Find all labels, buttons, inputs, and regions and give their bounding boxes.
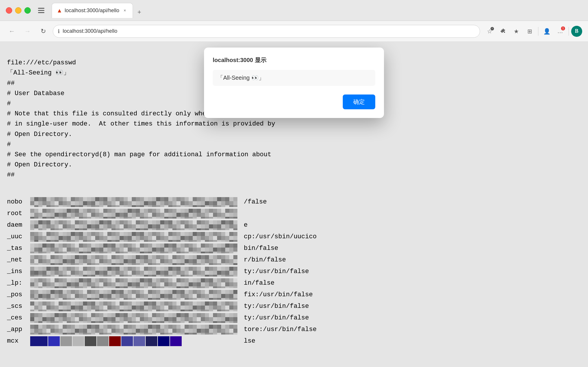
refresh-button[interactable]: ↻ bbox=[37, 25, 49, 37]
collections-icon: ⊞ bbox=[527, 28, 532, 35]
forward-button[interactable]: → bbox=[21, 25, 34, 37]
tab-title: localhost:3000/api/hello bbox=[65, 8, 119, 14]
profile-button[interactable]: 👤 bbox=[541, 25, 553, 37]
svg-rect-1 bbox=[38, 10, 44, 11]
favorites-icon: ★ bbox=[514, 28, 519, 35]
confirm-button[interactable]: 确定 bbox=[343, 95, 375, 109]
active-tab[interactable]: ▲ localhost:3000/api/hello × bbox=[52, 3, 133, 18]
new-tab-button[interactable]: + bbox=[134, 6, 145, 18]
modal-dialog: localhost:3000 显示 「All-Seeing 👀」 确定 bbox=[204, 48, 384, 118]
back-button[interactable]: ← bbox=[6, 25, 18, 37]
extensions-icon bbox=[500, 28, 506, 34]
extensions-button[interactable] bbox=[497, 25, 509, 37]
favorites-button[interactable]: ★ bbox=[510, 25, 522, 37]
more-button[interactable]: … 1 bbox=[554, 25, 566, 37]
bing-button[interactable]: B bbox=[571, 26, 582, 37]
sidebar-toggle-button[interactable] bbox=[35, 5, 47, 16]
nav-divider bbox=[538, 27, 538, 36]
tab-favicon: ▲ bbox=[57, 7, 62, 14]
star-button[interactable]: ☆ ✓ bbox=[484, 25, 496, 37]
content-area: file:///etc/passwd 「All-Seeing 👀」 ## # U… bbox=[0, 42, 588, 367]
url-display: localhost:3000/api/hello bbox=[63, 28, 117, 34]
address-bar[interactable]: ℹ localhost:3000/api/hello bbox=[53, 25, 480, 38]
modal-title: localhost:3000 显示 bbox=[213, 56, 375, 64]
title-bar: ▲ localhost:3000/api/hello × + bbox=[0, 0, 588, 21]
bing-icon: B bbox=[575, 28, 578, 34]
nav-divider-2 bbox=[569, 27, 569, 36]
browser-frame: ▲ localhost:3000/api/hello × + ← → ↻ ℹ l… bbox=[0, 0, 588, 367]
svg-rect-2 bbox=[38, 12, 44, 13]
info-icon: ℹ bbox=[58, 28, 60, 34]
back-icon: ← bbox=[9, 28, 15, 35]
url-path-part: 3000/api/hello bbox=[85, 28, 117, 34]
nav-bar: ← → ↻ ℹ localhost:3000/api/hello ☆ ✓ bbox=[0, 21, 588, 42]
modal-message: 「All-Seeing 👀」 bbox=[213, 70, 375, 86]
tab-close-button[interactable]: × bbox=[122, 7, 128, 14]
modal-overlay: localhost:3000 显示 「All-Seeing 👀」 确定 bbox=[0, 42, 588, 367]
collections-button[interactable]: ⊞ bbox=[524, 25, 536, 37]
nav-icons: ☆ ✓ ★ ⊞ 👤 … 1 B bbox=[484, 25, 582, 37]
svg-rect-0 bbox=[38, 8, 44, 9]
tab-bar: ▲ localhost:3000/api/hello × + bbox=[52, 3, 582, 18]
url-host-part: localhost: bbox=[63, 28, 85, 34]
refresh-icon: ↻ bbox=[41, 28, 46, 35]
profile-icon: 👤 bbox=[543, 28, 551, 35]
forward-icon: → bbox=[24, 28, 31, 35]
traffic-lights bbox=[6, 7, 31, 14]
modal-buttons: 确定 bbox=[213, 95, 375, 109]
minimize-window-button[interactable] bbox=[15, 7, 21, 14]
close-window-button[interactable] bbox=[6, 7, 12, 14]
maximize-window-button[interactable] bbox=[24, 7, 31, 14]
notification-badge: 1 bbox=[561, 26, 565, 30]
